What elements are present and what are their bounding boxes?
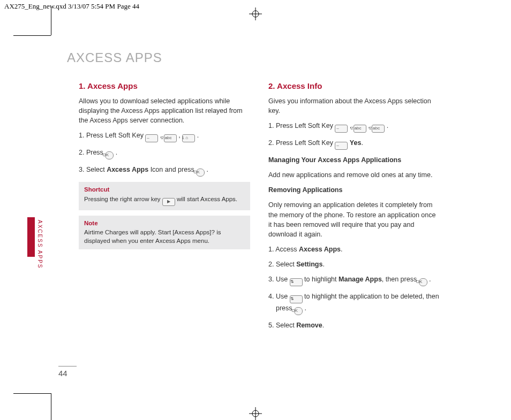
updown-key-icon: ⇅ <box>290 278 303 286</box>
remove-step-4: 4. Use ⇅ to highlight the application to… <box>268 292 440 315</box>
key-2-icon: 2 abc <box>354 125 366 133</box>
crop-marks-top <box>0 7 511 34</box>
remove-step-3: 3. Use ⇅ to highlight Manage Apps, then … <box>268 274 440 286</box>
key-2-icon: 2 abc <box>372 125 385 133</box>
step-1: 1. Press Left Soft Key – , 2 abc , 1 ⌂ . <box>79 131 250 142</box>
step-3: 3. Select Axcess Apps Icon and press OK … <box>79 165 250 177</box>
subheading-removing: Removing Applications <box>268 185 440 195</box>
body-text: Add new applications and remove old ones… <box>268 170 440 180</box>
callout-title: Shortcut <box>84 186 245 194</box>
left-column: 1. Axcess Apps Allows you to download se… <box>79 80 250 335</box>
step-2: 2. Press OK . <box>79 148 250 159</box>
softkey-icon: – <box>145 134 158 142</box>
ok-key-icon: OK <box>196 169 205 177</box>
step-2: 2. Press Left Soft Key – Yes. <box>268 138 440 150</box>
subheading-managing: Managing Your Axcess Apps Applications <box>268 155 440 165</box>
section-heading-axcess-info: 2. Axcess Info <box>268 80 440 92</box>
shortcut-callout: Shortcut Pressing the right arrow key ▶ … <box>79 182 250 210</box>
page-number: 44 <box>58 366 77 378</box>
remove-step-1: 1. Access Axcess Apps. <box>268 245 440 254</box>
step-1: 1. Press Left Soft Key – , 2 abc , 2 abc… <box>268 121 440 133</box>
registration-mark-icon <box>249 7 262 20</box>
key-1-icon: 1 ⌂ <box>182 134 195 142</box>
updown-key-icon: ⇅ <box>290 295 303 303</box>
callout-title: Note <box>84 219 245 228</box>
registration-mark-icon <box>249 407 262 420</box>
softkey-icon: – <box>335 125 348 133</box>
body-text: Only removing an application deletes it … <box>268 200 440 239</box>
side-tab-label: AXCESS APPS <box>37 220 43 269</box>
remove-step-2: 2. Select Settings. <box>268 259 440 269</box>
crop-marks-bottom <box>0 388 511 420</box>
side-accent-bar <box>27 217 35 257</box>
softkey-icon: – <box>335 142 348 150</box>
ok-key-icon: OK <box>419 278 427 286</box>
right-column: 2. Axcess Info Gives you information abo… <box>268 80 440 335</box>
ok-key-icon: OK <box>105 151 114 159</box>
section-heading-axcess-apps: 1. Axcess Apps <box>79 80 250 92</box>
intro-paragraph: Allows you to download selected applicat… <box>79 96 250 125</box>
page-content: AXCESS APPS AXCESS APPS 1. Axcess Apps A… <box>51 35 490 388</box>
right-arrow-key-icon: ▶ <box>162 198 175 206</box>
chapter-title: AXCESS APPS <box>67 50 490 65</box>
key-2-icon: 2 abc <box>164 134 177 142</box>
ok-key-icon: OK <box>294 307 303 315</box>
remove-step-5: 5. Select Remove. <box>268 320 440 330</box>
note-callout: Note Airtime Charges will apply. Start [… <box>79 216 250 250</box>
intro-paragraph: Gives you information about the Axcess A… <box>268 96 440 116</box>
